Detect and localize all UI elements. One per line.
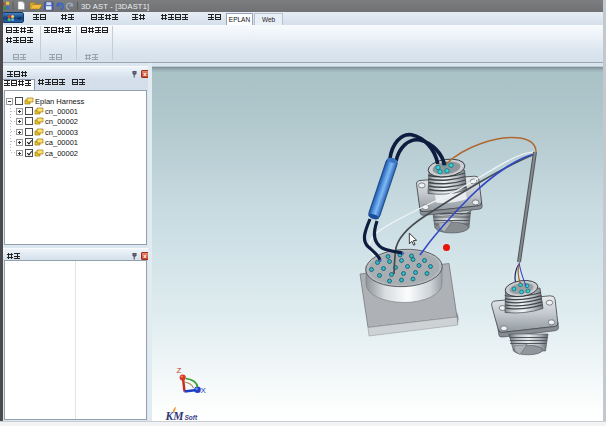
svg-text:Z: Z <box>177 366 182 375</box>
svg-text:Soft: Soft <box>185 414 198 421</box>
svg-text:X: X <box>201 386 207 395</box>
